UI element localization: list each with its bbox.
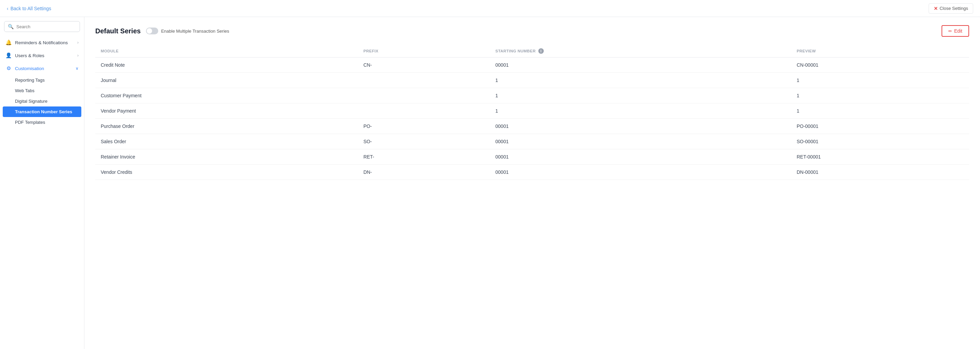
- cell-module-5: Sales Order: [95, 134, 358, 149]
- table-row: Vendor Credits DN- 00001 DN-00001: [95, 165, 969, 180]
- web-tabs-label: Web Tabs: [15, 88, 34, 93]
- table-row: Journal 1 1: [95, 73, 969, 88]
- back-label: Back to All Settings: [11, 6, 51, 11]
- cell-starting-number-4: 00001: [490, 119, 791, 134]
- table-row: Sales Order SO- 00001 SO-00001: [95, 134, 969, 149]
- cell-prefix-6: RET-: [358, 149, 490, 165]
- cell-module-0: Credit Note: [95, 57, 358, 73]
- customisation-icon: ⚙: [5, 65, 11, 71]
- search-icon: 🔍: [8, 24, 14, 29]
- back-chevron-icon: ‹: [7, 6, 8, 11]
- cell-prefix-7: DN-: [358, 165, 490, 180]
- content-header: Default Series Enable Multiple Transacti…: [95, 25, 969, 37]
- sidebar: 🔍 🔔 Reminders & Notifications › 👤 Users …: [0, 17, 84, 349]
- cell-preview-6: RET-00001: [791, 149, 969, 165]
- cell-starting-number-0: 00001: [490, 57, 791, 73]
- customisation-chevron-icon: ∨: [76, 66, 79, 71]
- edit-label: Edit: [954, 28, 962, 34]
- sidebar-item-reminders[interactable]: 🔔 Reminders & Notifications ›: [0, 36, 84, 49]
- sidebar-item-users[interactable]: 👤 Users & Roles ›: [0, 49, 84, 62]
- sidebar-item-users-label: Users & Roles: [15, 53, 44, 58]
- table-row: Retainer Invoice RET- 00001 RET-00001: [95, 149, 969, 165]
- sidebar-sub-item-transaction-number-series[interactable]: Transaction Number Series: [3, 106, 81, 117]
- sidebar-sub-item-reporting-tags[interactable]: Reporting Tags: [0, 75, 84, 86]
- sidebar-sub-item-web-tabs[interactable]: Web Tabs: [0, 86, 84, 96]
- cell-preview-3: 1: [791, 103, 969, 119]
- cell-module-7: Vendor Credits: [95, 165, 358, 180]
- table-row: Purchase Order PO- 00001 PO-00001: [95, 119, 969, 134]
- search-input[interactable]: [16, 24, 76, 29]
- sidebar-sub-item-digital-signature[interactable]: Digital Signature: [0, 96, 84, 106]
- enable-multiple-series-toggle[interactable]: [146, 27, 158, 34]
- cell-prefix-4: PO-: [358, 119, 490, 134]
- toggle-group: Enable Multiple Transaction Series: [146, 27, 229, 34]
- cell-preview-2: 1: [791, 88, 969, 103]
- cell-module-6: Retainer Invoice: [95, 149, 358, 165]
- cell-starting-number-3: 1: [490, 103, 791, 119]
- cell-preview-4: PO-00001: [791, 119, 969, 134]
- starting-number-info-icon[interactable]: i: [538, 48, 544, 54]
- transaction-number-series-label: Transaction Number Series: [15, 109, 72, 114]
- table-header-row: MODULE PREFIX STARTING NUMBER i PREVIEW: [95, 45, 969, 57]
- transaction-series-table: MODULE PREFIX STARTING NUMBER i PREVIEW …: [95, 45, 969, 180]
- column-header-module: MODULE: [95, 45, 358, 57]
- cell-module-4: Purchase Order: [95, 119, 358, 134]
- table-row: Customer Payment 1 1: [95, 88, 969, 103]
- toggle-label: Enable Multiple Transaction Series: [161, 29, 229, 34]
- search-box[interactable]: 🔍: [4, 21, 80, 32]
- cell-prefix-5: SO-: [358, 134, 490, 149]
- close-x-icon: ✕: [934, 6, 938, 11]
- sidebar-item-reminders-label: Reminders & Notifications: [15, 40, 68, 45]
- edit-pencil-icon: ✏: [948, 29, 952, 34]
- cell-preview-7: DN-00001: [791, 165, 969, 180]
- cell-module-2: Customer Payment: [95, 88, 358, 103]
- column-header-starting-number: STARTING NUMBER i: [490, 45, 791, 57]
- back-to-all-settings-link[interactable]: ‹ Back to All Settings: [7, 6, 51, 11]
- sidebar-sub-item-pdf-templates[interactable]: PDF Templates: [0, 117, 84, 128]
- cell-starting-number-7: 00001: [490, 165, 791, 180]
- reminders-chevron-icon: ›: [77, 40, 79, 45]
- cell-module-3: Vendor Payment: [95, 103, 358, 119]
- cell-prefix-2: [358, 88, 490, 103]
- users-chevron-icon: ›: [77, 53, 79, 58]
- main-layout: 🔍 🔔 Reminders & Notifications › 👤 Users …: [0, 17, 980, 349]
- top-bar: ‹ Back to All Settings ✕ Close Settings: [0, 0, 980, 17]
- cell-module-1: Journal: [95, 73, 358, 88]
- reporting-tags-label: Reporting Tags: [15, 78, 45, 82]
- cell-starting-number-1: 1: [490, 73, 791, 88]
- cell-starting-number-2: 1: [490, 88, 791, 103]
- close-settings-button[interactable]: ✕ Close Settings: [929, 3, 973, 14]
- column-header-prefix: PREFIX: [358, 45, 490, 57]
- table-row: Credit Note CN- 00001 CN-00001: [95, 57, 969, 73]
- column-header-preview: PREVIEW: [791, 45, 969, 57]
- cell-starting-number-6: 00001: [490, 149, 791, 165]
- content-area: Default Series Enable Multiple Transacti…: [84, 17, 980, 349]
- reminders-icon: 🔔: [5, 40, 11, 46]
- sidebar-item-customisation-label: Customisation: [15, 66, 44, 71]
- cell-preview-1: 1: [791, 73, 969, 88]
- cell-prefix-0: CN-: [358, 57, 490, 73]
- cell-prefix-1: [358, 73, 490, 88]
- cell-preview-0: CN-00001: [791, 57, 969, 73]
- cell-starting-number-5: 00001: [490, 134, 791, 149]
- cell-prefix-3: [358, 103, 490, 119]
- cell-preview-5: SO-00001: [791, 134, 969, 149]
- users-icon: 👤: [5, 52, 11, 59]
- table-row: Vendor Payment 1 1: [95, 103, 969, 119]
- pdf-templates-label: PDF Templates: [15, 120, 45, 125]
- sidebar-item-customisation[interactable]: ⚙ Customisation ∨: [0, 62, 84, 75]
- close-settings-label: Close Settings: [940, 6, 968, 11]
- digital-signature-label: Digital Signature: [15, 98, 47, 104]
- page-title: Default Series: [95, 27, 140, 35]
- edit-button[interactable]: ✏ Edit: [942, 25, 969, 37]
